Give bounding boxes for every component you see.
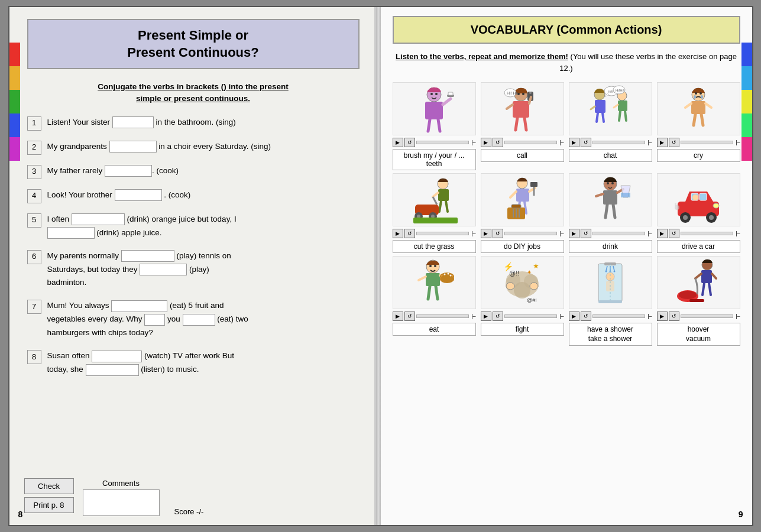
vocab-controls-brush-teeth: ▶ ↺ |–: [393, 138, 476, 147]
exercise-num-1: 1: [27, 116, 41, 131]
right-tab-1: [741, 43, 752, 66]
vocab-controls-drink: ▶ ↺ |–: [569, 229, 652, 238]
play-shower[interactable]: ▶: [569, 312, 579, 321]
vocab-controls-vacuum: ▶ ↺ |–: [657, 312, 740, 321]
label-fight: fight: [481, 323, 564, 336]
svg-point-7: [430, 93, 433, 95]
input-6b[interactable]: [140, 264, 187, 275]
vocab-controls-call: ▶ ↺ |–: [481, 138, 564, 147]
play-eat[interactable]: ▶: [393, 312, 403, 321]
vocab-img-shower: [569, 256, 652, 309]
svg-rect-137: [689, 299, 704, 302]
replay-vacuum[interactable]: ↺: [669, 312, 679, 321]
vocab-img-chat: Hi!Hi! Hi!Hi!: [569, 82, 652, 135]
svg-point-88: [713, 203, 719, 208]
input-8b[interactable]: [86, 364, 139, 376]
svg-line-51: [446, 201, 448, 212]
play-vacuum[interactable]: ▶: [657, 312, 668, 321]
progress-vacuum: [681, 314, 734, 318]
comments-textarea[interactable]: [83, 489, 160, 516]
svg-rect-128: [598, 300, 622, 303]
exercise-num-6: 6: [27, 250, 41, 264]
replay-drive-car[interactable]: ↺: [669, 229, 679, 238]
svg-point-124: [614, 270, 616, 272]
vocab-controls-diy: ▶ ↺ |–: [481, 229, 564, 238]
right-page: VOCABULARY (Common Actions) Listen to th…: [381, 7, 752, 525]
input-3[interactable]: [105, 165, 152, 177]
svg-text:✦: ✦: [527, 269, 532, 275]
svg-line-43: [685, 103, 691, 108]
replay-cut-grass[interactable]: ↺: [404, 229, 415, 238]
play-brush-teeth[interactable]: ▶: [393, 138, 403, 147]
svg-point-98: [440, 275, 454, 283]
right-tab-5: [741, 137, 752, 161]
svg-point-8: [435, 93, 438, 95]
progress-drive-car: [681, 232, 734, 235]
replay-eat[interactable]: ↺: [404, 312, 415, 321]
svg-point-105: [434, 265, 436, 267]
input-5a[interactable]: [72, 213, 125, 225]
time-vacuum: |–: [736, 313, 740, 319]
svg-point-86: [683, 215, 688, 220]
input-5b[interactable]: [47, 227, 95, 239]
exercise-text-8: Susan often (watch) TV after work But to…: [47, 349, 360, 377]
svg-point-77: [607, 182, 609, 184]
replay-fight[interactable]: ↺: [493, 312, 503, 321]
play-cry[interactable]: ▶: [657, 138, 668, 147]
replay-call[interactable]: ↺: [493, 138, 503, 147]
play-drive-car[interactable]: ▶: [657, 229, 668, 238]
svg-line-74: [596, 194, 603, 196]
vocab-img-cry: [657, 82, 740, 135]
label-chat: chat: [569, 149, 652, 162]
replay-shower[interactable]: ↺: [581, 312, 591, 321]
progress-cry: [681, 141, 734, 144]
exercise-text-4: Look! Your brother . (cook): [47, 189, 360, 202]
svg-point-136: [679, 291, 697, 299]
input-8a[interactable]: [92, 351, 142, 362]
svg-rect-38: [691, 101, 705, 114]
vocab-chat: Hi!Hi! Hi!Hi! ▶ ↺: [569, 82, 652, 170]
input-4[interactable]: [115, 189, 162, 201]
input-7a[interactable]: [111, 300, 167, 312]
input-7b[interactable]: [144, 314, 165, 326]
print-button[interactable]: Print p. 8: [24, 497, 74, 513]
input-7c[interactable]: [183, 314, 215, 326]
replay-diy[interactable]: ↺: [493, 229, 503, 238]
play-cut-grass[interactable]: ▶: [393, 229, 403, 238]
replay-drink[interactable]: ↺: [581, 229, 591, 238]
time-fight: |–: [559, 313, 564, 319]
progress-drink: [592, 232, 646, 235]
vocab-title: VOCABULARY (Common Actions): [400, 23, 733, 37]
svg-point-100: [448, 273, 449, 274]
vocab-row-3: ▶ ↺ |– eat: [393, 256, 740, 346]
svg-rect-76: [621, 193, 630, 197]
progress-shower: [592, 314, 646, 318]
time-brush-teeth: |–: [471, 140, 475, 145]
page-title: Present Simple orPresent Continuous?: [37, 27, 349, 61]
play-diy[interactable]: ▶: [481, 229, 491, 238]
call-svg: Hi! Hi!: [498, 84, 546, 134]
bottom-controls: Check Print p. 8 Comments Score -/-: [24, 478, 365, 516]
check-button[interactable]: Check: [24, 478, 74, 494]
input-6a[interactable]: [121, 250, 174, 262]
exercise-num-3: 3: [27, 165, 41, 179]
replay-brush-teeth[interactable]: ↺: [404, 138, 415, 147]
play-chat[interactable]: ▶: [569, 138, 579, 147]
left-tab-1: [9, 43, 20, 66]
svg-rect-93: [426, 273, 440, 286]
replay-chat[interactable]: ↺: [581, 138, 591, 147]
input-1[interactable]: [112, 116, 154, 128]
svg-line-103: [436, 286, 438, 299]
exercise-7: 7 Mum! You always (eat) 5 fruit and vege…: [27, 299, 360, 340]
replay-cry[interactable]: ↺: [669, 138, 679, 147]
play-fight[interactable]: ▶: [481, 312, 491, 321]
play-call[interactable]: ▶: [481, 138, 491, 147]
exercise-num-5: 5: [27, 213, 41, 228]
play-drink[interactable]: ▶: [569, 229, 579, 238]
input-2[interactable]: [109, 141, 157, 153]
svg-rect-83: [700, 193, 707, 200]
svg-line-17: [524, 118, 526, 130]
svg-point-99: [444, 273, 446, 275]
progress-call: [504, 141, 558, 144]
svg-text:Hi!Hi!: Hi!Hi!: [616, 89, 624, 92]
